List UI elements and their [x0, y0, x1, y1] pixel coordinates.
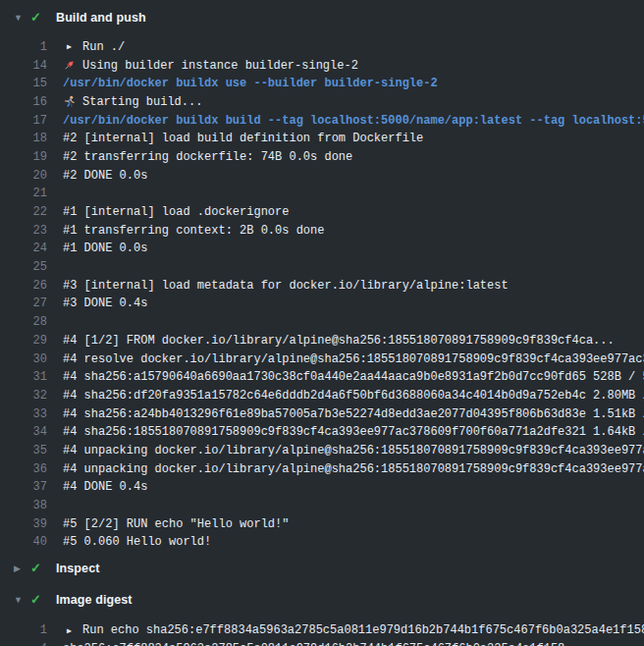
line-number[interactable]: 24	[0, 242, 47, 255]
line-number[interactable]: 28	[0, 315, 47, 329]
chevron-down-icon[interactable]: ▼	[14, 592, 29, 608]
line-number[interactable]: 37	[0, 480, 47, 494]
line-number[interactable]: 25	[0, 260, 47, 274]
log-text: #1 DONE 0.0s	[63, 242, 644, 255]
log-text-value: #4 sha256:df20fa9351a15782c64e6dddb2d4a6…	[63, 389, 644, 403]
log-text-value: /usr/bin/docker buildx use --builder bui…	[63, 77, 438, 90]
log-line: 14Using builder instance builder-single-…	[0, 56, 644, 75]
line-number[interactable]: 1	[0, 623, 47, 637]
line-number[interactable]: 27	[0, 296, 47, 310]
line-number[interactable]: 14	[0, 59, 47, 73]
log-line: 17/usr/bin/docker buildx build --tag loc…	[0, 111, 644, 130]
line-number[interactable]: 35	[0, 444, 47, 458]
log-text-value: Starting build...	[82, 95, 202, 109]
line-number[interactable]: 38	[0, 499, 47, 512]
log-line: 31#4 sha256:a15790640a6690aa1730c38cf0a4…	[0, 368, 644, 387]
log-line: 16Starting build...	[0, 93, 644, 112]
step-title: Build and push	[56, 11, 146, 25]
line-number[interactable]: 30	[0, 352, 47, 366]
line-number[interactable]: 22	[0, 205, 47, 219]
log-line: 25	[0, 258, 644, 277]
log-text: sha256:e7ff8834a5963a2785c5a0811e979d16b…	[63, 642, 644, 646]
line-number[interactable]: 20	[0, 169, 47, 183]
step-header-inspect[interactable]: ▶ ✓ Inspect	[0, 561, 644, 576]
line-number[interactable]: 34	[0, 425, 47, 439]
step-title: Inspect	[56, 562, 99, 575]
log-lines: 1▶Run echo sha256:e7ff8834a5963a2785c5a0…	[0, 621, 644, 646]
step-header-build-and-push[interactable]: ▼ ✓ Build and push	[0, 10, 644, 26]
line-number[interactable]: 31	[0, 370, 47, 384]
log-text: #4 unpacking docker.io/library/alpine@sh…	[63, 444, 644, 458]
log-line: 15/usr/bin/docker buildx use --builder b…	[0, 75, 644, 93]
log-line: 40#5 0.060 Hello world!	[0, 533, 644, 552]
line-number[interactable]: 1	[0, 40, 47, 54]
log-text: #1 [internal] load .dockerignore	[63, 205, 644, 219]
log-text-value: #4 unpacking docker.io/library/alpine@sh…	[63, 462, 644, 476]
step-title: Image digest	[56, 593, 133, 607]
step-section-build-and-push: ▼ ✓ Build and push 1▶Run ./14Using build…	[0, 0, 644, 552]
log-text-value: Run ./	[82, 40, 125, 54]
log-text: #4 unpacking docker.io/library/alpine@sh…	[63, 462, 644, 476]
log-line: 32#4 sha256:df20fa9351a15782c64e6dddb2d4…	[0, 387, 644, 405]
log-line: 20#2 DONE 0.0s	[0, 166, 644, 185]
log-command-text: /usr/bin/docker buildx build --tag local…	[63, 114, 644, 128]
log-line: 36#4 unpacking docker.io/library/alpine@…	[0, 459, 644, 478]
log-text-value: #5 [2/2] RUN echo "Hello world!"	[63, 517, 289, 531]
log-line: 24#1 DONE 0.0s	[0, 240, 644, 258]
log-line: 37#4 DONE 0.4s	[0, 478, 644, 497]
line-number[interactable]: 16	[0, 95, 47, 109]
log-line: 4sha256:e7ff8834a5963a2785c5a0811e979d16…	[0, 639, 644, 646]
log-line: 1▶Run ./	[0, 38, 644, 57]
line-number[interactable]: 23	[0, 224, 47, 238]
log-line: 18#2 [internal] load build definition fr…	[0, 130, 644, 148]
log-text-value: #3 DONE 0.4s	[63, 296, 147, 310]
line-number[interactable]: 26	[0, 279, 47, 293]
log-line: 1▶Run echo sha256:e7ff8834a5963a2785c5a0…	[0, 621, 644, 640]
log-line: 28	[0, 313, 644, 332]
line-number[interactable]: 29	[0, 334, 47, 348]
line-number[interactable]: 4	[0, 642, 47, 646]
log-line: 19#2 transferring dockerfile: 74B 0.0s d…	[0, 148, 644, 167]
line-number[interactable]: 39	[0, 517, 47, 531]
log-text-value: #2 DONE 0.0s	[63, 169, 147, 183]
log-line: 35#4 unpacking docker.io/library/alpine@…	[0, 442, 644, 460]
line-number[interactable]: 21	[0, 187, 47, 200]
step-section-image-digest: ▼ ✓ Image digest 1▶Run echo sha256:e7ff8…	[0, 592, 644, 646]
run-expand-icon[interactable]: ▶	[63, 40, 76, 53]
line-number[interactable]: 32	[0, 389, 47, 403]
log-line: 29#4 [1/2] FROM docker.io/library/alpine…	[0, 332, 644, 350]
runner-icon	[63, 95, 76, 108]
log-text: #5 [2/2] RUN echo "Hello world!"	[63, 517, 644, 531]
log-text: #3 DONE 0.4s	[63, 296, 644, 310]
log-text-value: /usr/bin/docker buildx build --tag local…	[63, 114, 644, 128]
log-text: #4 sha256:a15790640a6690aa1730c38cf0a440…	[63, 370, 644, 384]
log-text: #2 transferring dockerfile: 74B 0.0s don…	[63, 150, 644, 164]
log-line: 27#3 DONE 0.4s	[0, 295, 644, 313]
line-number[interactable]: 15	[0, 77, 47, 90]
log-line: 23#1 transferring context: 2B 0.0s done	[0, 221, 644, 240]
run-expand-icon[interactable]: ▶	[63, 624, 76, 637]
log-line: 22#1 [internal] load .dockerignore	[0, 203, 644, 222]
line-number[interactable]: 33	[0, 407, 47, 421]
log-line: 26#3 [internal] load metadata for docker…	[0, 276, 644, 295]
line-number[interactable]: 19	[0, 150, 47, 164]
log-text: #4 DONE 0.4s	[63, 480, 644, 494]
log-text-value: sha256:e7ff8834a5963a2785c5a0811e979d16b…	[63, 642, 564, 646]
log-text: ▶Run ./	[63, 40, 644, 54]
pushpin-icon	[63, 59, 76, 72]
chevron-down-icon[interactable]: ▼	[14, 10, 29, 26]
log-text-value: #4 unpacking docker.io/library/alpine@sh…	[63, 444, 644, 458]
actions-log-viewer: ▼ ✓ Build and push 1▶Run ./14Using build…	[0, 0, 644, 646]
log-line: 21	[0, 185, 644, 203]
log-line: 34#4 sha256:185518070891758909c9f839cf4c…	[0, 423, 644, 442]
line-number[interactable]: 36	[0, 462, 47, 476]
line-number[interactable]: 40	[0, 535, 47, 549]
line-number[interactable]: 17	[0, 114, 47, 128]
log-text: #4 resolve docker.io/library/alpine@sha2…	[63, 352, 644, 366]
log-text: #2 [internal] load build definition from…	[63, 132, 644, 145]
line-number[interactable]: 18	[0, 132, 47, 145]
step-header-image-digest[interactable]: ▼ ✓ Image digest	[0, 592, 644, 608]
log-text-value: #4 sha256:a15790640a6690aa1730c38cf0a440…	[63, 370, 644, 384]
chevron-right-icon[interactable]: ▶	[14, 561, 29, 576]
log-text: Using builder instance builder-single-2	[63, 59, 644, 73]
